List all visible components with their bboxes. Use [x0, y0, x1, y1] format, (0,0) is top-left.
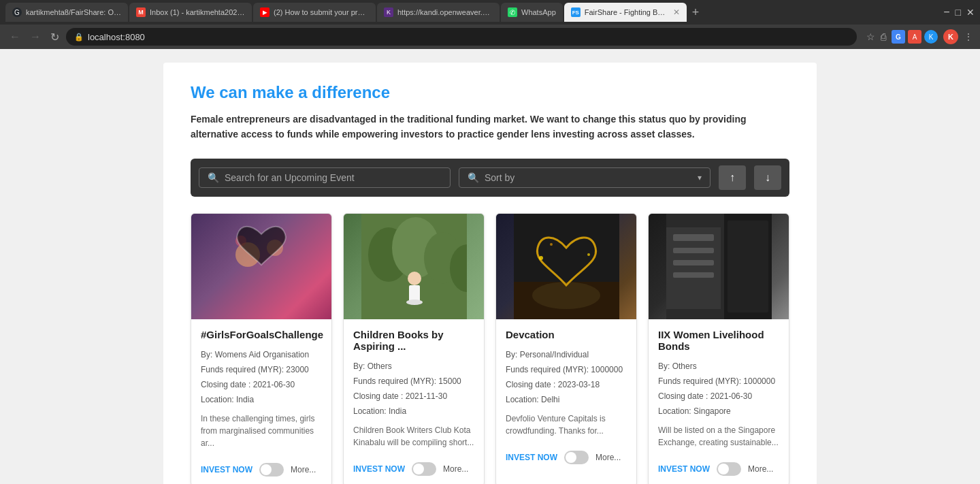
toggle-1[interactable]: [259, 463, 284, 477]
bookmark-icon[interactable]: ☆: [866, 31, 875, 42]
card-closing-3: Closing date : 2023-03-18: [506, 378, 627, 391]
search-sort-bar: 🔍 🔍 Sort by ▾ ↑ ↓: [191, 159, 789, 197]
page-wrapper: We can make a difference Female entrepre…: [0, 49, 980, 484]
ext-3-icon[interactable]: K: [924, 30, 938, 44]
card-closing-1: Closing date : 2021-06-30: [201, 378, 322, 391]
tab-label-fairshare: FairShare - Fighting Bias In F...: [585, 8, 666, 16]
gmail-favicon: M: [136, 7, 146, 17]
svg-rect-21: [673, 260, 714, 265]
svg-rect-20: [673, 248, 714, 253]
sort-search-icon: 🔍: [468, 172, 479, 183]
heart-image-1: [191, 214, 331, 282]
tab-bar: G kartikmehta8/FairShare: Our pl... M In…: [0, 0, 980, 25]
github-favicon: G: [12, 7, 22, 17]
svg-point-8: [408, 272, 421, 285]
toggle-2[interactable]: [412, 462, 436, 476]
page-content: We can make a difference Female entrepre…: [163, 63, 817, 484]
card-desc-4: Will be listed on a the Singapore Exchan…: [658, 424, 779, 449]
card-by-1: By: Womens Aid Organisation: [201, 349, 322, 361]
close-window-icon[interactable]: ✕: [966, 7, 975, 18]
invest-button-3[interactable]: INVEST NOW: [506, 453, 557, 462]
share-icon[interactable]: ⎙: [881, 31, 886, 42]
toggle-slider-1: [259, 463, 284, 477]
more-link-2[interactable]: More...: [443, 464, 468, 474]
card-image-content-4: [649, 214, 789, 319]
lock-icon: 🔒: [74, 33, 84, 42]
tab-label-gmail: Inbox (1) - kartikmehta202@gm...: [150, 8, 245, 16]
address-box[interactable]: 🔒 localhost:8080: [66, 28, 857, 46]
card-footer-4: INVEST NOW More...: [658, 458, 779, 476]
toggle-3[interactable]: [564, 451, 589, 464]
toggle-slider-4: [717, 462, 741, 476]
card-image-1: [191, 214, 331, 319]
sort-down-button[interactable]: ↓: [754, 165, 781, 190]
new-tab-button[interactable]: +: [688, 5, 704, 20]
tab-label-whatsapp: WhatsApp: [521, 8, 556, 16]
reload-button[interactable]: ↻: [48, 29, 62, 45]
card-desc-3: Devfolio Venture Capitals is crowdfundin…: [506, 413, 627, 437]
page-subtitle: Female entrepreneurs are disadvantaged i…: [191, 112, 789, 142]
card-image-3: [496, 214, 636, 319]
invest-button-1[interactable]: INVEST NOW: [201, 465, 252, 474]
card-image-content-2: [344, 214, 484, 319]
page-title: We can make a difference: [191, 83, 789, 102]
card-by-3: By: Personal/Individual: [506, 349, 627, 361]
window-controls: − □ ✕: [943, 6, 975, 18]
browser-chrome: G kartikmehta8/FairShare: Our pl... M In…: [0, 0, 980, 49]
card-body-2: Children Books by Aspiring ... By: Other…: [344, 319, 484, 484]
search-box[interactable]: 🔍: [199, 167, 451, 188]
search-input[interactable]: [225, 172, 442, 183]
minimize-icon[interactable]: −: [943, 6, 949, 18]
card-image-content-3: [496, 214, 636, 319]
card-by-2: By: Others: [353, 360, 474, 372]
chevron-down-icon: ▾: [698, 173, 702, 182]
maximize-icon[interactable]: □: [956, 7, 961, 18]
profile-icon[interactable]: K: [943, 29, 958, 44]
card-image-2: [344, 214, 484, 319]
card-by-4: By: Others: [658, 360, 779, 372]
toggle-4[interactable]: [717, 462, 741, 476]
tab-gmail[interactable]: M Inbox (1) - kartikmehta202@gm...: [129, 3, 252, 22]
sort-dropdown[interactable]: 🔍 Sort by ▾: [459, 167, 710, 188]
card-title-1: #GirlsForGoalsChallenge: [201, 329, 322, 340]
card-body-1: #GirlsForGoalsChallenge By: Womens Aid O…: [191, 319, 331, 484]
tab-github[interactable]: G kartikmehta8/FairShare: Our pl...: [5, 3, 128, 22]
sort-up-button[interactable]: ↑: [719, 165, 746, 190]
card-desc-1: In these challenging times, girls from m…: [201, 413, 322, 449]
forward-button[interactable]: →: [27, 29, 44, 44]
svg-point-10: [406, 300, 423, 305]
ext-1-icon[interactable]: G: [892, 30, 905, 44]
card-title-4: IIX Women Livelihood Bonds: [658, 329, 779, 352]
card-location-3: Location: Delhi: [506, 393, 627, 406]
svg-rect-22: [673, 272, 714, 278]
more-link-1[interactable]: More...: [291, 465, 316, 474]
tab-fairshare[interactable]: FS FairShare - Fighting Bias In F... ✕: [564, 3, 687, 22]
card-girls-for-goals: #GirlsForGoalsChallenge By: Womens Aid O…: [191, 213, 332, 484]
card-funds-2: Funds required (MYR): 15000: [353, 375, 474, 387]
fairshare-favicon: FS: [571, 7, 581, 17]
close-tab-icon[interactable]: ✕: [673, 7, 680, 17]
card-closing-2: Closing date : 2021-11-30: [353, 390, 474, 402]
card-body-3: Devcation By: Personal/Individual Funds …: [496, 319, 636, 474]
tab-youtube[interactable]: ▶ (2) How to submit your project...: [253, 3, 376, 22]
toggle-slider-2: [412, 462, 436, 476]
menu-icon[interactable]: ⋮: [964, 31, 973, 42]
more-link-3[interactable]: More...: [595, 453, 621, 462]
card-body-4: IIX Women Livelihood Bonds By: Others Fu…: [649, 319, 789, 484]
tab-kandi[interactable]: K https://kandi.openweaver.com/...: [377, 3, 500, 22]
more-link-4[interactable]: More...: [748, 464, 773, 474]
kandi-favicon: K: [384, 7, 393, 17]
card-funds-3: Funds required (MYR): 1000000: [506, 364, 627, 376]
card-title-2: Children Books by Aspiring ...: [353, 329, 474, 352]
svg-rect-26: [728, 221, 768, 312]
sort-label: Sort by: [485, 172, 692, 183]
tab-whatsapp[interactable]: ✆ WhatsApp: [501, 3, 563, 22]
invest-button-2[interactable]: INVEST NOW: [353, 464, 405, 474]
back-button[interactable]: ←: [7, 29, 23, 44]
address-bar-row: ← → ↻ 🔒 localhost:8080 ☆ ⎙ G A K K ⋮: [0, 25, 980, 49]
invest-button-4[interactable]: INVEST NOW: [658, 464, 710, 474]
card-footer-2: INVEST NOW More...: [353, 458, 474, 476]
svg-rect-19: [673, 234, 714, 241]
card-image-4: [649, 214, 789, 319]
ext-2-icon[interactable]: A: [908, 30, 921, 44]
